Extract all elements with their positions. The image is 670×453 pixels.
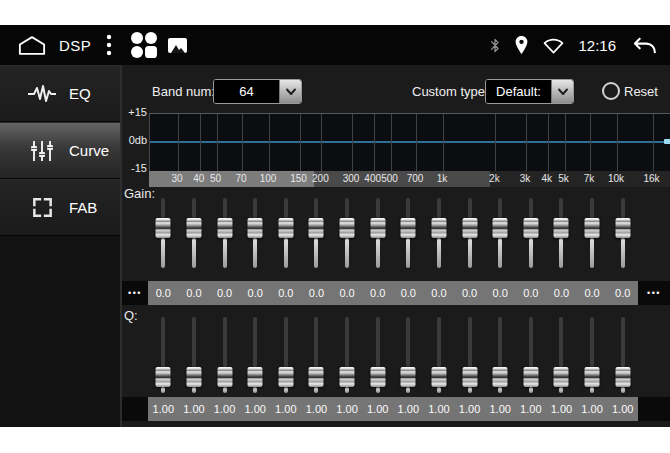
sidebar-item-eq[interactable]: EQ	[0, 65, 120, 122]
q-band-slider[interactable]	[186, 317, 201, 393]
apps-clover-icon[interactable]	[131, 32, 157, 58]
q-band-slider[interactable]	[156, 317, 171, 393]
slider-thumb[interactable]	[217, 367, 232, 387]
eq-curve-plot[interactable]	[149, 113, 670, 172]
slider-thumb[interactable]	[615, 218, 630, 238]
q-band-slider[interactable]	[462, 317, 477, 393]
q-slider-row	[148, 317, 638, 393]
custom-type-select[interactable]: Default:	[485, 79, 574, 104]
slider-thumb[interactable]	[493, 367, 508, 387]
gain-band-slider[interactable]	[217, 198, 232, 268]
sidebar-item-curve[interactable]: Curve	[0, 122, 120, 179]
slider-track-upper	[376, 317, 380, 367]
slider-thumb[interactable]	[340, 218, 355, 238]
q-value: 1.00	[209, 397, 240, 421]
home-icon[interactable]	[18, 35, 46, 56]
gain-band-slider[interactable]	[462, 198, 477, 268]
q-band-slider[interactable]	[401, 317, 416, 393]
q-band-slider[interactable]	[340, 317, 355, 393]
q-band-slider[interactable]	[217, 317, 232, 393]
gain-band-slider[interactable]	[554, 198, 569, 268]
slider-thumb[interactable]	[585, 218, 600, 238]
gain-band-slider[interactable]	[493, 198, 508, 268]
slider-thumb[interactable]	[554, 218, 569, 238]
sidebar-item-fab[interactable]: FAB	[0, 179, 120, 236]
slider-thumb[interactable]	[309, 218, 324, 238]
gain-value: 0.0	[546, 281, 577, 305]
slider-thumb[interactable]	[278, 367, 293, 387]
slider-track-lower	[590, 387, 594, 393]
gain-more-left-button[interactable]: •••	[122, 281, 148, 305]
slider-thumb[interactable]	[186, 218, 201, 238]
gain-band-slider[interactable]	[309, 198, 324, 268]
gain-band-slider[interactable]	[401, 198, 416, 268]
slider-thumb[interactable]	[523, 367, 538, 387]
slider-thumb[interactable]	[401, 367, 416, 387]
slider-thumb[interactable]	[431, 218, 446, 238]
slider-thumb[interactable]	[493, 218, 508, 238]
chevron-down-icon[interactable]	[279, 80, 301, 103]
overflow-menu-icon[interactable]	[106, 34, 112, 56]
gain-band-slider[interactable]	[248, 198, 263, 268]
slider-thumb[interactable]	[248, 218, 263, 238]
gallery-icon[interactable]	[168, 38, 187, 53]
gain-band-slider[interactable]	[340, 198, 355, 268]
slider-track-upper	[284, 317, 288, 367]
q-band-slider[interactable]	[278, 317, 293, 393]
gain-band-slider[interactable]	[156, 198, 171, 268]
q-band-slider[interactable]	[585, 317, 600, 393]
slider-thumb[interactable]	[309, 367, 324, 387]
status-bar: DSP 12:16	[0, 25, 670, 65]
q-band-slider[interactable]	[431, 317, 446, 393]
location-icon[interactable]	[514, 35, 529, 55]
freq-gridline	[321, 114, 322, 171]
bluetooth-icon[interactable]	[489, 36, 501, 55]
gain-band-slider[interactable]	[278, 198, 293, 268]
gain-band-slider[interactable]	[370, 198, 385, 268]
slider-thumb[interactable]	[370, 367, 385, 387]
slider-thumb[interactable]	[278, 218, 293, 238]
slider-thumb[interactable]	[217, 218, 232, 238]
gain-band-slider[interactable]	[523, 198, 538, 268]
gain-band-slider[interactable]	[615, 198, 630, 268]
slider-thumb[interactable]	[248, 367, 263, 387]
q-band-slider[interactable]	[493, 317, 508, 393]
slider-thumb[interactable]	[156, 218, 171, 238]
slider-thumb[interactable]	[523, 218, 538, 238]
slider-thumb[interactable]	[186, 367, 201, 387]
slider-thumb[interactable]	[370, 218, 385, 238]
slider-thumb[interactable]	[462, 367, 477, 387]
q-band-slider[interactable]	[523, 317, 538, 393]
freq-gridline	[548, 114, 549, 171]
gain-band-slider[interactable]	[585, 198, 600, 268]
wifi-icon[interactable]	[542, 37, 565, 54]
fader-sliders-icon	[28, 139, 56, 163]
gain-band-slider[interactable]	[186, 198, 201, 268]
slider-thumb[interactable]	[431, 367, 446, 387]
slider-thumb[interactable]	[585, 367, 600, 387]
q-band-slider[interactable]	[248, 317, 263, 393]
q-band-slider[interactable]	[370, 317, 385, 393]
gain-band-slider[interactable]	[431, 198, 446, 268]
q-value: 1.00	[485, 397, 516, 421]
q-band-slider[interactable]	[615, 317, 630, 393]
chevron-down-icon[interactable]	[551, 80, 573, 103]
slider-thumb[interactable]	[340, 367, 355, 387]
sidebar-item-label: Curve	[69, 142, 109, 159]
gain-more-right-button[interactable]: •••	[638, 281, 670, 305]
slider-thumb[interactable]	[554, 367, 569, 387]
freq-tick-label: 2k	[489, 171, 500, 187]
reset-radio[interactable]	[602, 82, 620, 100]
slider-thumb[interactable]	[462, 218, 477, 238]
slider-thumb[interactable]	[401, 218, 416, 238]
freq-gridline	[178, 114, 179, 171]
slider-thumb[interactable]	[615, 367, 630, 387]
q-band-slider[interactable]	[309, 317, 324, 393]
freq-tick-label: 40	[193, 171, 204, 187]
slider-track-upper	[590, 317, 594, 367]
q-band-slider[interactable]	[554, 317, 569, 393]
band-num-value: 64	[214, 80, 279, 103]
back-icon[interactable]	[629, 36, 658, 55]
slider-thumb[interactable]	[156, 367, 171, 387]
band-num-select[interactable]: 64	[213, 79, 302, 104]
